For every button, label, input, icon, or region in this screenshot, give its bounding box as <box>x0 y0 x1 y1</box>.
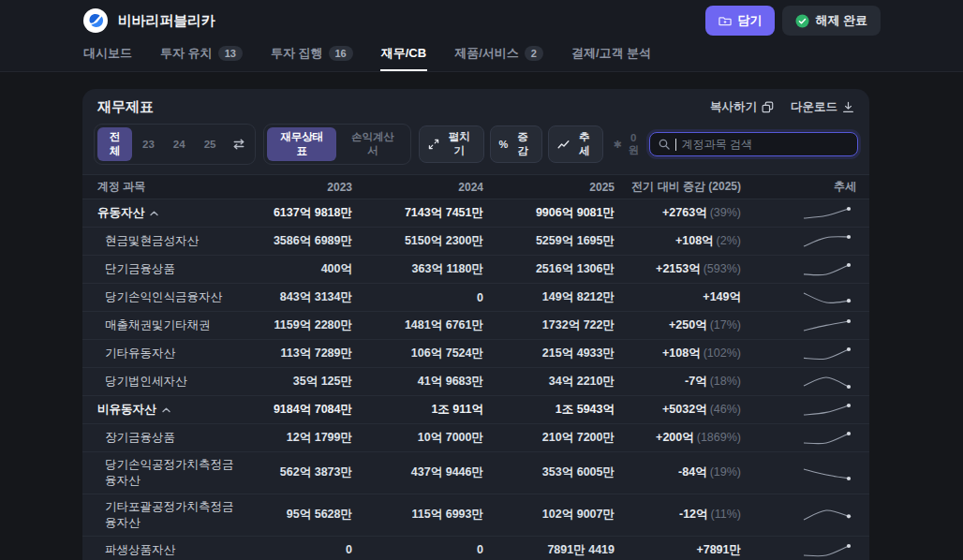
trend-sparkline <box>741 346 856 362</box>
copy-label: 복사하기 <box>710 99 757 115</box>
table-body: 유동자산6137억 9818만7143억 7451만9906억 9081만+27… <box>82 199 869 560</box>
change-percent: (18%) <box>710 375 741 388</box>
folder-plus-icon <box>719 14 732 27</box>
value-2023: 6137억 9818만 <box>245 205 352 221</box>
trend-sparkline <box>741 464 856 481</box>
nav-tab-6[interactable]: 결제/고객 분석 <box>570 41 652 71</box>
trend-toggle-button[interactable]: 추세 <box>548 125 604 163</box>
search-input[interactable]: 계정과목 검색 <box>649 132 858 156</box>
year-filter-25[interactable]: 25 <box>196 136 225 153</box>
table-row: 기타유동자산113억 7289만106억 7524만215억 4933만+108… <box>82 340 869 368</box>
value-2025: 2516억 1306만 <box>483 261 615 277</box>
search-placeholder: 계정과목 검색 <box>682 137 752 153</box>
change-cell: +2153억(593%) <box>615 261 741 277</box>
trend-sparkline <box>741 374 856 391</box>
nav-tab-label: 투자 집행 <box>271 45 323 62</box>
year-filter-23[interactable]: 23 <box>134 136 163 153</box>
value-2023: 12억 1799만 <box>245 430 352 446</box>
expand-toggle-button[interactable]: 펼치기 <box>419 125 484 163</box>
table-section-row[interactable]: 유동자산6137억 9818만7143억 7451만9906억 9081만+27… <box>82 199 869 228</box>
value-2024: 363억 1180만 <box>352 261 483 277</box>
trend-sparkline <box>741 205 856 222</box>
value-2023: 843억 3134만 <box>245 289 352 305</box>
value-2024: 41억 9683만 <box>352 374 483 390</box>
account-name-text: 파생상품자산 <box>105 542 175 558</box>
table-section-row[interactable]: 비유동자산9184억 7084만1조 911억1조 5943억+5032억(46… <box>82 396 869 424</box>
account-name: 유동자산 <box>97 200 245 226</box>
table-row: 당기법인세자산35억 125만41억 9683만34억 2210만-7억(18%… <box>82 368 869 396</box>
change-percent: (46%) <box>710 403 741 416</box>
release-done-button[interactable]: 해제 완료 <box>782 6 881 36</box>
table-row: 당기손익공정가치측정금융자산562억 3873만437억 9446만353억 6… <box>82 452 869 494</box>
change-percent: (17%) <box>710 318 741 332</box>
nav-tab-5[interactable]: 제품/서비스2 <box>453 41 544 71</box>
table-row: 현금및현금성자산3586억 6989만5150억 2300만5259억 1695… <box>82 228 869 256</box>
change-cell: +2763억(39%) <box>615 205 741 221</box>
value-2024: 437억 9446만 <box>352 464 483 480</box>
trend-sparkline <box>741 289 856 306</box>
nav-tab-badge: 16 <box>329 46 353 61</box>
value-2024: 1481억 6761만 <box>352 317 483 333</box>
nav-tab-2[interactable]: 투자 유치13 <box>159 41 244 71</box>
table-row: 파생상품자산007891만 4419+7891만 <box>82 537 869 560</box>
account-name-text: 단기금융상품 <box>105 261 175 277</box>
statement-filter[interactable]: 손익계산서 <box>338 127 407 161</box>
value-2024: 0 <box>352 543 483 556</box>
zero-filter-label: 0원 <box>626 132 642 157</box>
chevron-up-icon[interactable] <box>150 205 158 221</box>
year-filter-전체[interactable]: 전체 <box>97 127 132 161</box>
nav-tab-label: 재무/CB <box>381 45 426 62</box>
table-row: 장기금융상품12억 1799만10억 7000만210억 7200만+200억(… <box>82 424 869 452</box>
value-2023: 400억 <box>245 261 352 277</box>
zero-filter-button[interactable]: ✱ 0원 <box>613 132 641 157</box>
expand-icon <box>428 139 439 150</box>
download-button[interactable]: 다운로드 <box>791 99 854 115</box>
account-name: 파생상품자산 <box>97 538 245 560</box>
account-name-text: 현금및현금성자산 <box>105 233 199 249</box>
change-percent: (39%) <box>710 206 741 219</box>
main-nav: 대시보드투자 유치13투자 집행16재무/CB제품/서비스2결제/고객 분석 <box>0 41 963 71</box>
change-percent: (593%) <box>704 262 741 275</box>
table-row: 매출채권및기타채권1159억 2280만1481억 6761만1732억 722… <box>82 312 869 340</box>
value-2023: 562억 3873만 <box>245 464 352 480</box>
table-header-row: 계정 과목202320242025전기 대비 증감 (2025)추세 <box>82 174 869 199</box>
value-2025: 215억 4933만 <box>483 346 615 361</box>
statement-filter[interactable]: 재무상태표 <box>267 127 336 161</box>
account-name-text: 기타유동자산 <box>105 346 175 361</box>
change-cell: +5032억(46%) <box>615 402 741 418</box>
account-name: 매출채권및기타채권 <box>97 313 245 338</box>
value-2024: 1조 911억 <box>352 402 483 418</box>
change-amount: -12억 <box>679 508 708 521</box>
column-header: 2024 <box>352 181 483 194</box>
change-amount: +108억 <box>662 346 701 360</box>
swap-arrows-icon[interactable] <box>226 139 252 150</box>
text-caret <box>675 139 676 151</box>
change-cell: +149억 <box>615 289 741 305</box>
statement-filter-group: 재무상태표손익계산서 <box>263 124 410 165</box>
value-2025: 102억 9007만 <box>483 507 615 523</box>
change-amount: +7891만 <box>696 543 741 556</box>
column-header: 계정 과목 <box>97 179 245 195</box>
change-percent: (11%) <box>711 508 741 521</box>
chevron-up-icon[interactable] <box>162 402 170 418</box>
nav-tab-3[interactable]: 투자 집행16 <box>270 41 354 71</box>
account-name: 현금및현금성자산 <box>97 228 245 254</box>
percent-toggle-button[interactable]: %증감 <box>490 125 542 163</box>
change-amount: +5032억 <box>662 403 707 416</box>
year-filter-24[interactable]: 24 <box>165 136 194 153</box>
copy-button[interactable]: 복사하기 <box>710 99 774 115</box>
tool-label: 펼치기 <box>444 130 475 158</box>
nav-tab-4[interactable]: 재무/CB <box>380 41 427 71</box>
account-name: 비유동자산 <box>97 397 245 422</box>
change-amount: -7억 <box>685 375 707 388</box>
add-to-folder-button[interactable]: 담기 <box>705 6 775 36</box>
check-circle-icon <box>795 14 809 28</box>
change-amount: +108억 <box>675 234 714 247</box>
brand: 비바리퍼블리카 <box>82 7 215 34</box>
nav-tab-1[interactable]: 대시보드 <box>82 41 133 71</box>
value-2024: 0 <box>352 291 483 304</box>
column-header: 2023 <box>245 181 352 194</box>
value-2025: 210억 7200만 <box>483 430 615 446</box>
copy-icon <box>762 101 774 113</box>
year-filter-group: 전체232425 <box>94 124 256 165</box>
